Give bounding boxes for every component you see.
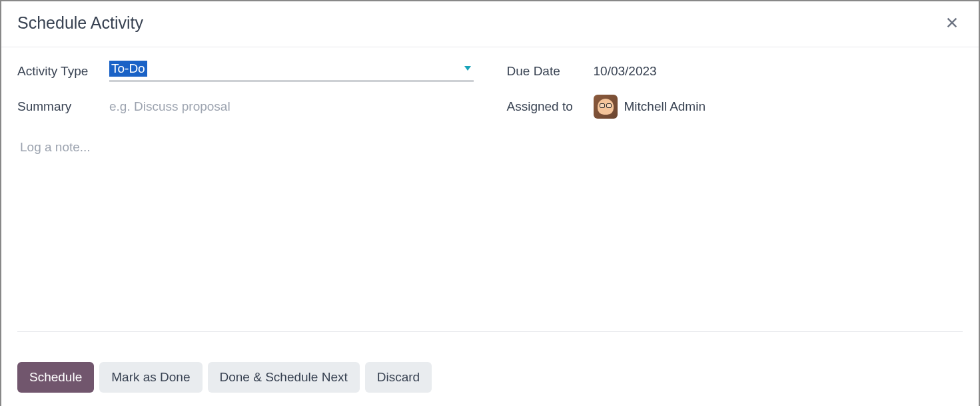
summary-label: Summary — [17, 99, 109, 114]
avatar — [594, 95, 618, 119]
done-schedule-next-button[interactable]: Done & Schedule Next — [208, 362, 360, 393]
discard-button[interactable]: Discard — [365, 362, 432, 393]
activity-type-row: Activity Type To-Do — [17, 61, 474, 81]
mark-done-button[interactable]: Mark as Done — [99, 362, 202, 393]
due-date-label: Due Date — [507, 64, 594, 79]
activity-type-select[interactable]: To-Do — [109, 61, 474, 81]
form-grid: Activity Type To-Do Due Date 10/03/2023 … — [17, 61, 963, 119]
modal-footer: Schedule Mark as Done Done & Schedule Ne… — [17, 362, 432, 393]
due-date-field[interactable]: 10/03/2023 — [594, 64, 963, 79]
due-date-row: Due Date 10/03/2023 — [507, 61, 963, 81]
divider — [17, 331, 963, 332]
assigned-to-field[interactable]: Mitchell Admin — [594, 95, 963, 119]
dropdown-caret-icon — [464, 64, 471, 73]
modal-title: Schedule Activity — [17, 13, 143, 33]
due-date-value: 10/03/2023 — [594, 64, 657, 78]
modal-header: Schedule Activity — [1, 1, 979, 47]
assigned-to-label: Assigned to — [507, 99, 594, 114]
assigned-to-row: Assigned to Mitchell Admin — [507, 95, 963, 119]
summary-field — [109, 98, 474, 115]
activity-type-value: To-Do — [109, 61, 147, 77]
svg-marker-2 — [464, 66, 471, 71]
note-area[interactable]: Log a note... — [17, 137, 963, 157]
close-icon — [945, 15, 959, 30]
activity-type-field: To-Do — [109, 61, 474, 81]
assigned-to-name: Mitchell Admin — [624, 99, 706, 114]
close-button[interactable] — [941, 12, 963, 33]
summary-input[interactable] — [109, 98, 474, 115]
schedule-button[interactable]: Schedule — [17, 362, 94, 393]
activity-type-label: Activity Type — [17, 64, 109, 79]
modal-body: Activity Type To-Do Due Date 10/03/2023 … — [1, 47, 979, 171]
note-placeholder: Log a note... — [20, 140, 91, 154]
summary-row: Summary — [17, 95, 474, 119]
